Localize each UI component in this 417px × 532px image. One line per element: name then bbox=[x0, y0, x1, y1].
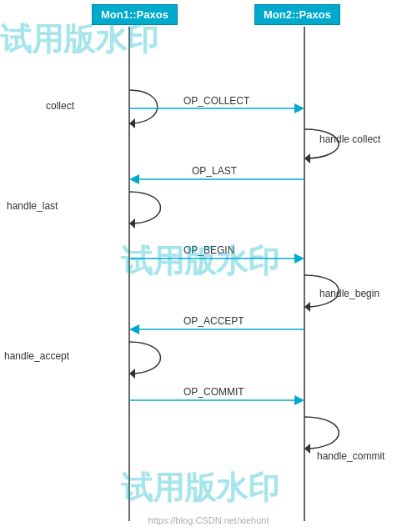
actor-mon1: Mon1::Paxos bbox=[92, 4, 178, 25]
svg-marker-5 bbox=[304, 153, 310, 163]
op-commit-label: OP_COMMIT bbox=[183, 386, 244, 398]
op-accept-label: OP_ACCEPT bbox=[183, 315, 244, 327]
op-last-label: OP_LAST bbox=[192, 165, 237, 177]
handle-collect-label: handle collect bbox=[319, 133, 380, 145]
actor-mon2: Mon2::Paxos bbox=[254, 4, 340, 25]
svg-marker-7 bbox=[129, 174, 139, 184]
handle-commit-label: handle_commit bbox=[317, 450, 384, 462]
url-label: https://blog.CSDN.net/xiehunt bbox=[148, 515, 269, 525]
diagram: Mon1::Paxos Mon2::Paxos OP_COLLECT OP_LA… bbox=[0, 0, 417, 532]
op-begin-label: OP_BEGIN bbox=[183, 244, 234, 256]
op-collect-label: OP_COLLECT bbox=[183, 95, 249, 107]
svg-marker-11 bbox=[304, 302, 310, 312]
handle-accept-label: handle_accept bbox=[4, 350, 69, 362]
svg-marker-4 bbox=[294, 103, 304, 113]
handle-last-label: handle_last bbox=[7, 200, 58, 212]
svg-marker-17 bbox=[304, 444, 310, 454]
handle-begin-label: handle_begin bbox=[319, 288, 379, 299]
svg-marker-10 bbox=[294, 253, 304, 263]
svg-marker-8 bbox=[129, 218, 135, 228]
svg-marker-16 bbox=[294, 395, 304, 405]
watermark-3: 试用版水印 bbox=[121, 467, 279, 509]
svg-marker-13 bbox=[129, 324, 139, 334]
collect-label: collect bbox=[46, 100, 74, 112]
svg-marker-2 bbox=[129, 118, 135, 128]
svg-marker-14 bbox=[129, 369, 135, 379]
